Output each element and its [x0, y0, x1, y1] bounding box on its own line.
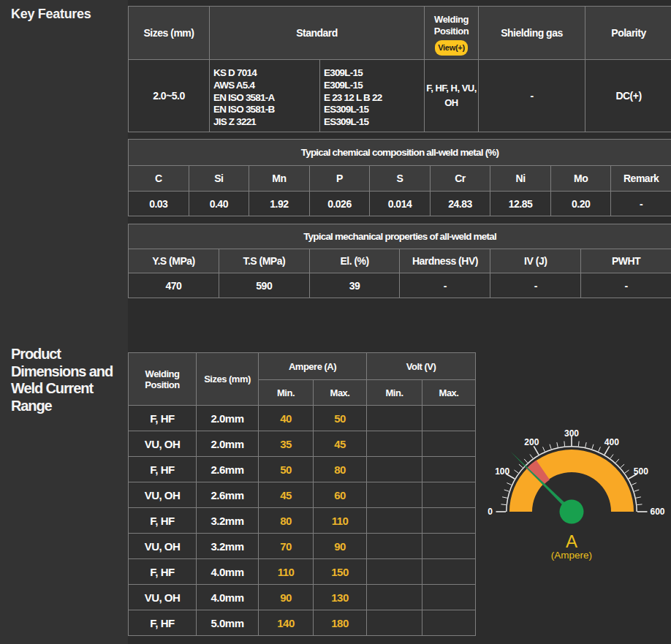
svg-text:100: 100: [495, 466, 509, 477]
svg-text:0: 0: [488, 507, 493, 517]
svg-text:200: 200: [524, 437, 539, 447]
svg-text:500: 500: [634, 466, 648, 477]
svg-text:(Ampere): (Ampere): [551, 550, 592, 561]
svg-text:400: 400: [604, 437, 619, 447]
svg-text:300: 300: [564, 428, 579, 439]
svg-text:A: A: [566, 531, 577, 551]
svg-text:600: 600: [650, 507, 664, 517]
